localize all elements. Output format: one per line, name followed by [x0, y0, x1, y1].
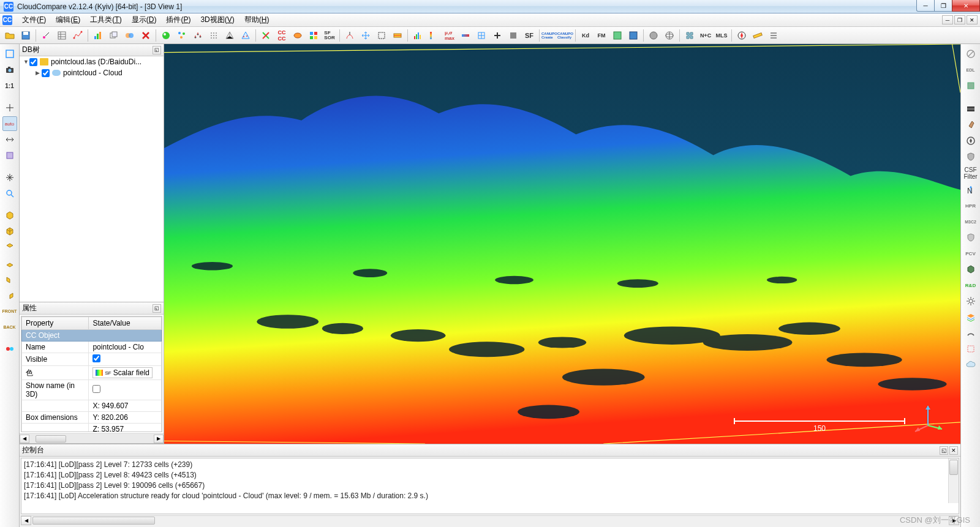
console-output[interactable]: [17:16:41] [LoD][pass 2] Level 7: 12733 … — [21, 458, 959, 514]
globe-button[interactable] — [646, 28, 661, 43]
histogram-button[interactable] — [91, 28, 105, 43]
primitive-button[interactable] — [290, 28, 305, 43]
scalar-field-chip[interactable]: SF Scalar field — [92, 367, 153, 378]
front-view-button[interactable]: FRONT — [2, 304, 17, 318]
canupo-classify-button[interactable]: CANUPOClassify — [558, 28, 573, 43]
wireframe-button[interactable] — [662, 28, 677, 43]
fm-button[interactable]: FM — [594, 28, 609, 43]
point-list-button[interactable] — [55, 28, 69, 43]
nplusc-button[interactable]: N+C — [698, 28, 713, 43]
crop-button[interactable] — [374, 28, 389, 43]
save-button[interactable] — [18, 28, 33, 43]
convert-rgb-button[interactable] — [506, 28, 521, 43]
cloud-button[interactable] — [963, 357, 978, 372]
bottom-view-button[interactable] — [2, 256, 17, 271]
add-constant-button[interactable] — [490, 28, 505, 43]
table-row[interactable]: Show name (in 3D) — [22, 380, 162, 400]
menu-插件[interactable]: 插件(P) — [161, 13, 195, 26]
console-scroll-left[interactable]: ◀ — [21, 516, 31, 525]
shader-disabled-icon[interactable] — [963, 47, 978, 61]
mdi-restore-button[interactable]: ❐ — [954, 15, 965, 24]
hpr-button[interactable]: HPR — [963, 198, 978, 213]
table-row[interactable]: X: 949.607 — [22, 400, 162, 412]
right-view-button[interactable] — [2, 288, 17, 302]
select-rect-button[interactable] — [963, 342, 978, 356]
ssao-shader-button[interactable] — [963, 78, 978, 93]
table-row[interactable]: 色SF Scalar field — [22, 366, 162, 380]
arc-button[interactable] — [963, 326, 978, 340]
db-tree[interactable]: ▼ pointcloud.las (D:/BaiduDi... ▶ pointc… — [20, 56, 164, 302]
convert-sf-button[interactable]: SF — [522, 28, 537, 43]
auto-pick-button[interactable]: auto — [2, 116, 17, 131]
edl-shader-button[interactable]: EDL — [963, 62, 978, 77]
more-button[interactable] — [766, 28, 781, 43]
ssao-button[interactable] — [626, 28, 641, 43]
level-button[interactable] — [2, 132, 17, 147]
sor-button[interactable]: SFSOR — [322, 28, 337, 43]
console-undock-button[interactable]: ◱ — [940, 446, 948, 455]
tree-root-check[interactable] — [29, 58, 37, 66]
compass-button[interactable] — [734, 28, 749, 43]
props-undock-button[interactable]: ◱ — [153, 304, 161, 313]
table-row[interactable]: Box dimensionsY: 820.206 — [22, 412, 162, 424]
mls-button[interactable]: MLS — [714, 28, 729, 43]
maximize-button[interactable]: ❐ — [934, 0, 952, 12]
shield2-button[interactable] — [963, 230, 978, 245]
ruler-button[interactable] — [750, 28, 765, 43]
menu-显示[interactable]: 显示(D) — [127, 13, 162, 26]
table-row[interactable]: Z: 53.957 — [22, 424, 162, 433]
mesh-button[interactable] — [222, 28, 237, 43]
filter-button[interactable] — [474, 28, 489, 43]
shield-button[interactable] — [963, 149, 978, 164]
puzzle-button[interactable] — [682, 28, 697, 43]
full-screen-button[interactable] — [2, 47, 17, 61]
sf-arith-button[interactable]: μ,σmax — [442, 28, 457, 43]
menu-3D视图[interactable]: 3D视图(V) — [195, 13, 239, 26]
sf-gradient-button[interactable] — [458, 28, 473, 43]
stereo-button[interactable] — [2, 342, 17, 356]
scroll-left-button[interactable]: ◀ — [20, 435, 29, 443]
menu-帮助[interactable]: 帮助(H) — [239, 13, 274, 26]
tree-child-row[interactable]: ▶ pointcloud - Cloud — [20, 67, 164, 78]
top-view-button[interactable] — [2, 240, 17, 255]
scroll-right-button[interactable]: ▶ — [154, 435, 164, 443]
table-row[interactable]: Visible — [22, 353, 162, 366]
iso2-button[interactable] — [2, 224, 17, 239]
segment-button[interactable] — [342, 28, 357, 43]
prop-checkbox[interactable] — [92, 385, 100, 393]
snapshot-button[interactable] — [2, 62, 17, 77]
scalar-button[interactable] — [175, 28, 189, 43]
clone-button[interactable] — [107, 28, 121, 43]
broom-button[interactable] — [963, 118, 978, 132]
animation-button[interactable] — [963, 102, 978, 116]
tree-root-row[interactable]: ▼ pointcloud.las (D:/BaiduDi... — [20, 56, 164, 67]
global-shift-button[interactable] — [2, 148, 17, 163]
one-to-one-button[interactable]: 1:1 — [2, 78, 17, 93]
subsample-button[interactable] — [306, 28, 321, 43]
register-button[interactable]: CCCC — [274, 28, 289, 43]
delete-button[interactable] — [138, 28, 153, 43]
left-view-button[interactable] — [2, 272, 17, 286]
pan-button[interactable] — [2, 170, 17, 185]
compass-tool-button[interactable] — [963, 133, 978, 148]
kd-button[interactable]: Kd — [578, 28, 593, 43]
console-vthumb[interactable] — [949, 460, 958, 475]
back-view-button[interactable]: BACK — [2, 320, 17, 334]
edl-button[interactable] — [610, 28, 625, 43]
volume-button[interactable] — [410, 28, 425, 43]
3d-viewport[interactable]: 150 — [164, 44, 960, 444]
rsd-button[interactable]: R&D — [963, 278, 978, 293]
close-button[interactable]: ✕ — [952, 0, 980, 12]
normals-button[interactable] — [190, 28, 205, 43]
color-button[interactable] — [159, 28, 173, 43]
align-button[interactable] — [258, 28, 273, 43]
mdi-close-button[interactable]: ✕ — [967, 15, 978, 24]
north-arrow-button[interactable]: N — [963, 182, 978, 197]
pick-rotation-button[interactable] — [2, 100, 17, 115]
zoom-button[interactable] — [2, 186, 17, 201]
cross-section-button[interactable] — [390, 28, 405, 43]
pcv-button[interactable]: PCV — [963, 246, 978, 261]
console-vscroll[interactable] — [948, 458, 959, 503]
translate-button[interactable] — [358, 28, 373, 43]
gear-button[interactable] — [963, 294, 978, 308]
